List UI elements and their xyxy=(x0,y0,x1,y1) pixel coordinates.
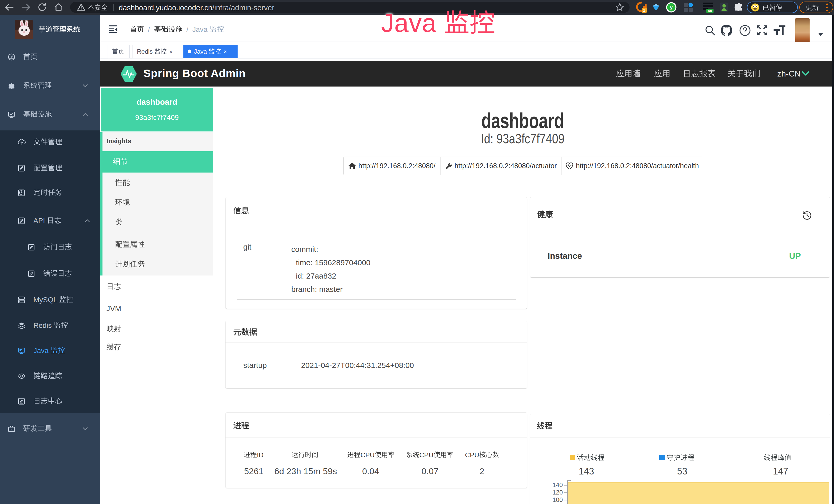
svg-text:on: on xyxy=(708,9,712,13)
svg-text:y: y xyxy=(670,5,673,10)
svg-text:1: 1 xyxy=(643,8,645,13)
